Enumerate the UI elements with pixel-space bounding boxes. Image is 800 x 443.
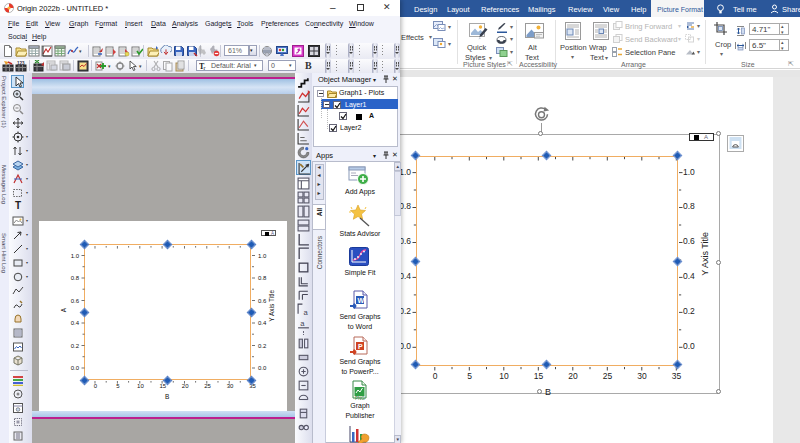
svg-text:123: 123	[17, 61, 25, 66]
svg-text:a: a	[304, 308, 309, 316]
svg-text:PNG: PNG	[355, 396, 365, 401]
svg-text:P: P	[358, 343, 363, 350]
svg-text:r: r	[204, 65, 206, 71]
svg-text:W: W	[358, 297, 365, 304]
svg-text:a: a	[300, 319, 305, 328]
